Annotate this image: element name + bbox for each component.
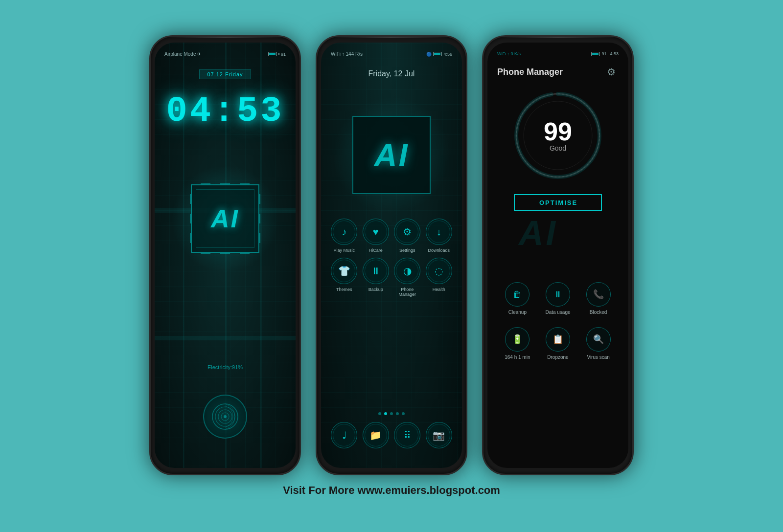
wifi-icon: WiFi ↑ 0 K/s: [497, 51, 521, 56]
phone-manager-icon-circle: ◑: [394, 258, 420, 284]
phone-manager-symbol: ◑: [403, 265, 412, 277]
dock-folder-icon: 📁: [369, 429, 382, 441]
app-play-music[interactable]: ♪ Play Music: [331, 219, 358, 253]
page-indicator: [321, 412, 462, 415]
downloads-symbol: ↓: [437, 226, 441, 238]
battery-fill: [269, 53, 276, 55]
battery-icon: [268, 52, 277, 56]
battery-fill-2: [434, 53, 440, 55]
app-phone-manager[interactable]: ◑ Phone Manager: [394, 258, 421, 297]
phone2-time: 4:56: [443, 52, 452, 57]
manager-virus-scan[interactable]: 🔍 Virus scan: [578, 327, 619, 360]
blocked-label: Blocked: [590, 310, 607, 315]
phone1-ai-label: AI: [211, 204, 239, 233]
optimise-label: OPTIMISE: [539, 199, 577, 206]
optimise-button[interactable]: OPTIMISE: [514, 194, 602, 211]
blocked-icon-circle: 📞: [586, 282, 611, 307]
phone3-screen: WiFi ↑ 0 K/s 91 4:53 Phone Manager ⚙: [487, 43, 628, 468]
manager-blocked[interactable]: 📞 Blocked: [578, 282, 619, 315]
phone3-status-right-icons: 91 4:53: [591, 51, 619, 56]
chip-square: AI: [191, 184, 259, 253]
settings-icon-circle: ⚙: [394, 219, 420, 245]
app-hicare[interactable]: ♥ HiCare: [363, 219, 390, 253]
battery-time-label: 164 h 1 min: [505, 355, 530, 360]
phone1-date: 07.12 Friday: [199, 69, 251, 79]
phone1-status-icons: 91: [268, 52, 286, 57]
manager-features-grid: 🗑 Cleanup ⏸ Data usage 📞 Blocked: [497, 282, 619, 360]
phone3-status-left-icons: WiFi ↑ 0 K/s: [497, 51, 521, 56]
chip-pin: [220, 253, 230, 254]
virus-scan-label: Virus scan: [587, 355, 610, 360]
data-usage-icon: ⏸: [553, 289, 562, 300]
phone2-ai-label: AI: [374, 137, 409, 174]
phone3-ai-bg-text: AI: [519, 214, 558, 252]
battery-time-icon: 🔋: [512, 334, 523, 345]
dock-folder-circle: 📁: [363, 422, 389, 448]
phone1-electricity: Electricity:91%: [155, 364, 296, 370]
battery-icon-3: [591, 52, 600, 56]
phone2-screen: WiFi ↑ 144 R/s 🔵 4:56 Friday, 12 Jul AI: [321, 43, 462, 468]
app-backup[interactable]: ⏸ Backup: [363, 258, 390, 297]
score-text: 99 Good: [544, 119, 572, 152]
backup-icon-circle: ⏸: [363, 258, 389, 284]
phone-manager-label: Phone Manager: [394, 287, 421, 297]
svg-point-4: [224, 415, 227, 418]
dock-camera[interactable]: 📷: [426, 422, 453, 448]
battery-time-icon-circle: 🔋: [505, 327, 530, 352]
manager-dropzone[interactable]: 📋 Dropzone: [538, 327, 578, 360]
app-settings[interactable]: ⚙ Settings: [394, 219, 421, 253]
health-label: Health: [433, 287, 445, 292]
app-grid-row1: ♪ Play Music ♥ HiCare ⚙ Settings: [331, 219, 452, 297]
dock-apps-icon: ⠿: [404, 429, 411, 441]
themes-label: Themes: [336, 287, 352, 292]
fingerprint-icon: [210, 402, 240, 431]
chip-pin: [259, 233, 260, 243]
dock-camera-icon: 📷: [433, 429, 445, 441]
manager-data-usage[interactable]: ⏸ Data usage: [538, 282, 578, 315]
score-number: 99: [544, 119, 572, 144]
bottom-dock: ♩ 📁 ⠿ 📷: [331, 422, 452, 448]
health-icon-circle: ◌: [426, 258, 452, 284]
settings-label: Settings: [399, 248, 415, 253]
dock-music[interactable]: ♩: [331, 422, 358, 448]
dot-1: [378, 412, 381, 415]
phones-container: Airplane Mode ✈ 91 07.12 Friday 04:53: [149, 35, 634, 475]
app-themes[interactable]: 👕 Themes: [331, 258, 358, 297]
manager-battery-time[interactable]: 🔋 164 h 1 min: [497, 327, 538, 360]
phone2-status-icons: 🔵 4:56: [426, 52, 452, 57]
battery-fill-3: [592, 53, 599, 55]
phone3-status-bar: WiFi ↑ 0 K/s 91 4:53: [497, 51, 619, 56]
phone2-ai-chip: AI: [343, 106, 440, 204]
dock-apps[interactable]: ⠿: [394, 422, 421, 448]
phone-manager-title: Phone Manager: [497, 67, 563, 77]
phone2-status-bar: WiFi ↑ 144 R/s 🔵 4:56: [331, 51, 452, 57]
app-health[interactable]: ◌ Health: [426, 258, 453, 297]
chip-pin: [259, 194, 260, 204]
dot-4: [396, 412, 399, 415]
phone-manager-header: Phone Manager ⚙: [497, 66, 619, 78]
manager-cleanup[interactable]: 🗑 Cleanup: [497, 282, 538, 315]
dock-folder[interactable]: 📁: [363, 422, 390, 448]
phone1-ai-chip: AI: [186, 179, 264, 258]
themes-icon-circle: 👕: [331, 258, 357, 284]
cleanup-label: Cleanup: [508, 310, 527, 315]
settings-gear-icon[interactable]: ⚙: [607, 66, 619, 78]
phone1-status-bar: Airplane Mode ✈ 91: [164, 51, 286, 57]
chip-pin: [240, 253, 250, 254]
score-circle: 99 Good: [509, 87, 607, 184]
phone3-ai-background: AI: [519, 214, 597, 272]
phone1-status-left: Airplane Mode ✈: [164, 51, 201, 57]
chip-pin: [201, 253, 210, 254]
dock-camera-circle: 📷: [426, 422, 452, 448]
chip-pin: [259, 214, 260, 223]
themes-symbol: 👕: [338, 265, 350, 277]
hicare-icon-circle: ♥: [363, 219, 389, 245]
battery-icon-2: [433, 52, 442, 56]
phone2-status-left: WiFi ↑ 144 R/s: [331, 51, 363, 57]
fingerprint-scanner[interactable]: [203, 395, 247, 439]
play-music-icon-circle: ♪: [331, 219, 357, 245]
battery-tip: [278, 53, 279, 55]
app-downloads[interactable]: ↓ Downloads: [426, 219, 453, 253]
blocked-icon: 📞: [593, 289, 604, 300]
footer-text: Visit For More www.emuiers.blogspot.com: [283, 484, 500, 497]
